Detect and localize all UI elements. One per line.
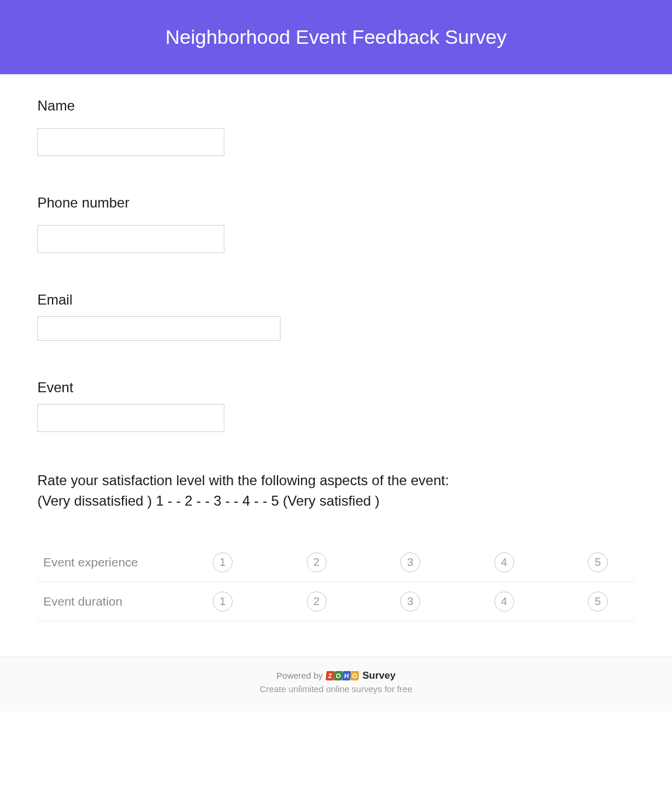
rating-experience-5[interactable]: 5	[588, 552, 608, 572]
question-event: Event	[37, 379, 635, 432]
rating-experience-4[interactable]: 4	[494, 552, 514, 572]
rating-options-duration: 1 2 3 4 5	[213, 592, 635, 611]
rating-row-duration: Event duration 1 2 3 4 5	[37, 582, 635, 621]
rating-label-duration: Event duration	[37, 594, 213, 609]
page-header: Neighborhood Event Feedback Survey	[0, 0, 672, 74]
powered-by-text: Powered by	[276, 670, 323, 680]
rating-intro-line1: Rate your satisfaction level with the fo…	[37, 471, 635, 491]
email-label: Email	[37, 292, 635, 308]
rating-intro: Rate your satisfaction level with the fo…	[37, 471, 635, 511]
footer-subtext[interactable]: Create unlimited online surveys for free	[0, 684, 672, 694]
question-email: Email	[37, 292, 635, 341]
email-input[interactable]	[37, 316, 280, 341]
logo-letter-o2: O	[351, 671, 359, 680]
phone-label: Phone number	[37, 195, 635, 211]
rating-duration-1[interactable]: 1	[213, 592, 233, 611]
rating-experience-1[interactable]: 1	[213, 552, 233, 572]
footer: Powered by Z O H O Survey Create unlimit…	[0, 656, 672, 711]
rating-duration-5[interactable]: 5	[588, 592, 608, 611]
event-input[interactable]	[37, 404, 224, 432]
rating-duration-2[interactable]: 2	[307, 592, 327, 611]
question-name: Name	[37, 98, 635, 156]
page-title: Neighborhood Event Feedback Survey	[165, 26, 507, 48]
rating-row-experience: Event experience 1 2 3 4 5	[37, 543, 635, 582]
name-input[interactable]	[37, 128, 224, 156]
rating-experience-2[interactable]: 2	[307, 552, 327, 572]
brand-suffix: Survey	[362, 670, 396, 682]
rating-options-experience: 1 2 3 4 5	[213, 552, 635, 572]
rating-intro-line2: (Very dissatisfied ) 1 - - 2 - - 3 - - 4…	[37, 491, 635, 511]
rating-duration-4[interactable]: 4	[494, 592, 514, 611]
rating-experience-3[interactable]: 3	[400, 552, 420, 572]
zoho-logo[interactable]: Z O H O	[326, 671, 359, 680]
footer-line1: Powered by Z O H O Survey	[0, 670, 672, 682]
question-phone: Phone number	[37, 195, 635, 253]
phone-input[interactable]	[37, 225, 224, 253]
name-label: Name	[37, 98, 635, 114]
event-label: Event	[37, 379, 635, 396]
rating-duration-3[interactable]: 3	[400, 592, 420, 611]
form-body: Name Phone number Email Event Rate your …	[0, 74, 672, 656]
rating-label-experience: Event experience	[37, 555, 213, 569]
rating-grid: Event experience 1 2 3 4 5 Event duratio…	[37, 543, 635, 621]
